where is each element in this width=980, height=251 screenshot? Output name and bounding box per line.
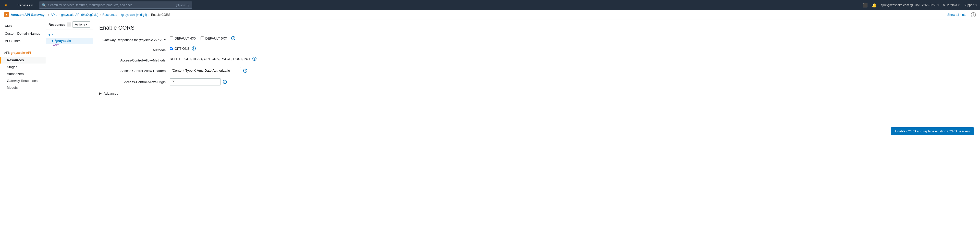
allow-methods-info-icon[interactable]: i xyxy=(252,57,256,61)
gateway-responses-info-icon[interactable]: i xyxy=(231,36,235,40)
methods-info-icon[interactable]: i xyxy=(192,46,196,51)
options-checkbox-item: OPTIONS xyxy=(170,47,189,51)
options-label[interactable]: OPTIONS xyxy=(175,47,189,51)
page-title: Enable CORS xyxy=(99,24,974,31)
allow-headers-row: Access-Control-Allow-Headers i xyxy=(99,67,329,74)
gateway-responses-label: Gateway Responses for grayscale-API API xyxy=(99,36,165,42)
bell-icon[interactable]: 🔔 xyxy=(872,3,877,8)
breadcrumb-separator: › xyxy=(148,13,150,17)
chevron-down-icon: ▾ xyxy=(975,3,977,7)
sidebar-item-stages[interactable]: Stages xyxy=(0,64,46,70)
allow-methods-row: Access-Control-Allow-Methods DELETE, GET… xyxy=(99,57,329,63)
region-menu[interactable]: N. Virginia ▾ xyxy=(943,3,959,7)
advanced-expand-icon: ▶ xyxy=(99,92,102,95)
enable-cors-button[interactable]: Enable CORS and replace existing CORS he… xyxy=(891,127,974,135)
resources-header: Resources ‹ Actions ▾ xyxy=(46,19,93,30)
service-name: Amazon API Gateway xyxy=(4,12,45,17)
methods-control: OPTIONS i xyxy=(170,46,329,51)
sidebar-item-resources[interactable]: Resources xyxy=(0,57,46,64)
allow-headers-info-icon[interactable]: i xyxy=(243,68,247,73)
tree-item-grayscale[interactable]: ▼ /grayscale xyxy=(46,38,93,44)
tree-method-any[interactable]: ANY xyxy=(46,44,93,47)
default-4xx-checkbox-item: DEFAULT 4XX xyxy=(170,37,197,40)
sidebar-item-custom-domains[interactable]: Custom Domain Names xyxy=(0,30,46,37)
services-menu-button[interactable]: Services ▾ xyxy=(15,2,35,8)
top-navigation: Services ▾ 🔍 [Option+S] ⬛ 🔔 qluxi@wespok… xyxy=(0,0,980,10)
default-5xx-checkbox[interactable] xyxy=(200,37,204,40)
resources-tree: ▼ / ▼ /grayscale ANY xyxy=(46,30,93,49)
allow-headers-label: Access-Control-Allow-Headers xyxy=(99,67,165,73)
tree-expand-icon: ▼ xyxy=(51,39,54,42)
cloud-icon[interactable]: ⬛ xyxy=(862,3,868,8)
chevron-down-icon: ▾ xyxy=(958,3,959,7)
user-menu[interactable]: qluxi@wespoke.com @ 3151-7265-3259 ▾ xyxy=(881,3,939,7)
search-bar[interactable]: 🔍 [Option+S] xyxy=(39,2,192,9)
actions-button[interactable]: Actions ▾ xyxy=(72,21,90,27)
methods-label: Methods xyxy=(99,46,165,52)
resources-panel: Resources ‹ Actions ▾ ▼ / ▼ /grayscale A… xyxy=(46,19,93,251)
options-checkbox[interactable] xyxy=(170,47,173,50)
advanced-label: Advanced xyxy=(103,92,118,95)
breadcrumb-current: Enable CORS xyxy=(151,13,170,17)
allow-origin-control: i xyxy=(170,78,329,86)
sidebar-item-gateway-responses[interactable]: Gateway Responses xyxy=(0,77,46,84)
breadcrumb-separator: › xyxy=(48,13,49,17)
chevron-down-icon: ▾ xyxy=(86,23,88,26)
breadcrumb-separator: › xyxy=(59,13,60,17)
aws-logo[interactable] xyxy=(3,3,11,8)
search-input[interactable] xyxy=(48,3,174,7)
service-icon xyxy=(4,12,9,17)
sidebar-api-name: grayscale-API xyxy=(11,51,31,55)
sidebar-item-vpc-links[interactable]: VPC Links xyxy=(0,37,46,44)
allow-origin-info-icon[interactable]: i xyxy=(223,80,227,84)
breadcrumb-resources[interactable]: Resources xyxy=(102,13,117,17)
resources-title: Resources xyxy=(48,23,65,27)
chevron-down-icon: ▾ xyxy=(937,3,939,7)
allow-methods-value: DELETE, GET, HEAD, OPTIONS, PATCH, POST,… xyxy=(170,57,250,61)
main-layout: APIs Custom Domain Names VPC Links API: … xyxy=(0,19,980,251)
search-shortcut: [Option+S] xyxy=(176,3,189,6)
allow-headers-input[interactable] xyxy=(170,67,241,74)
tree-root-path: / xyxy=(52,33,53,37)
tree-expand-icon: ▼ xyxy=(48,33,51,37)
show-hints-link[interactable]: Show all hints xyxy=(947,13,966,17)
default-4xx-label[interactable]: DEFAULT 4XX xyxy=(175,37,197,40)
tree-path-label: /grayscale xyxy=(55,39,71,43)
breadcrumb-api-name[interactable]: grayscale-API (9kx0sg2vki) xyxy=(61,13,98,17)
allow-origin-input[interactable] xyxy=(170,78,221,86)
support-menu[interactable]: Support ▾ xyxy=(964,3,977,7)
sidebar-item-apis[interactable]: APIs xyxy=(0,22,46,30)
sidebar-item-authorizers[interactable]: Authorizers xyxy=(0,70,46,77)
breadcrumb-bar: Amazon API Gateway › APIs › grayscale-AP… xyxy=(0,10,980,19)
allow-origin-label: Access-Control-Allow-Origin xyxy=(99,78,165,84)
allow-methods-control: DELETE, GET, HEAD, OPTIONS, PATCH, POST,… xyxy=(170,57,329,61)
allow-methods-label: Access-Control-Allow-Methods xyxy=(99,57,165,63)
breadcrumb-separator: › xyxy=(119,13,120,17)
sidebar-api-label: API: grayscale-API xyxy=(0,49,46,57)
allow-origin-row: Access-Control-Allow-Origin i xyxy=(99,78,329,86)
main-content: Enable CORS Gateway Responses for graysc… xyxy=(93,19,980,251)
collapse-toggle-button[interactable]: ‹ xyxy=(67,22,71,27)
gateway-responses-row: Gateway Responses for grayscale-API API … xyxy=(99,36,329,42)
top-nav-right: ⬛ 🔔 qluxi@wespoke.com @ 3151-7265-3259 ▾… xyxy=(862,3,977,8)
default-4xx-checkbox[interactable] xyxy=(170,37,173,40)
tree-item-root[interactable]: ▼ / xyxy=(46,32,93,38)
allow-headers-control: i xyxy=(170,67,329,74)
advanced-section[interactable]: ▶ Advanced xyxy=(99,89,329,97)
breadcrumb-apis[interactable]: APIs xyxy=(51,13,57,17)
gateway-responses-checkboxes: DEFAULT 4XX DEFAULT 5XX i xyxy=(170,36,329,40)
help-icon[interactable]: ? xyxy=(971,12,976,17)
sidebar-item-models[interactable]: Models xyxy=(0,84,46,91)
search-icon: 🔍 xyxy=(42,3,46,7)
left-sidebar: APIs Custom Domain Names VPC Links API: … xyxy=(0,19,46,251)
methods-row: Methods OPTIONS i xyxy=(99,46,329,52)
breadcrumb-grayscale[interactable]: /grayscale (mldlg4) xyxy=(121,13,147,17)
form-section: Gateway Responses for grayscale-API API … xyxy=(99,36,329,97)
breadcrumb-separator: › xyxy=(100,13,101,17)
default-5xx-label[interactable]: DEFAULT 5XX xyxy=(205,37,228,40)
chevron-down-icon: ▾ xyxy=(31,3,33,7)
default-5xx-checkbox-item: DEFAULT 5XX xyxy=(200,37,228,40)
